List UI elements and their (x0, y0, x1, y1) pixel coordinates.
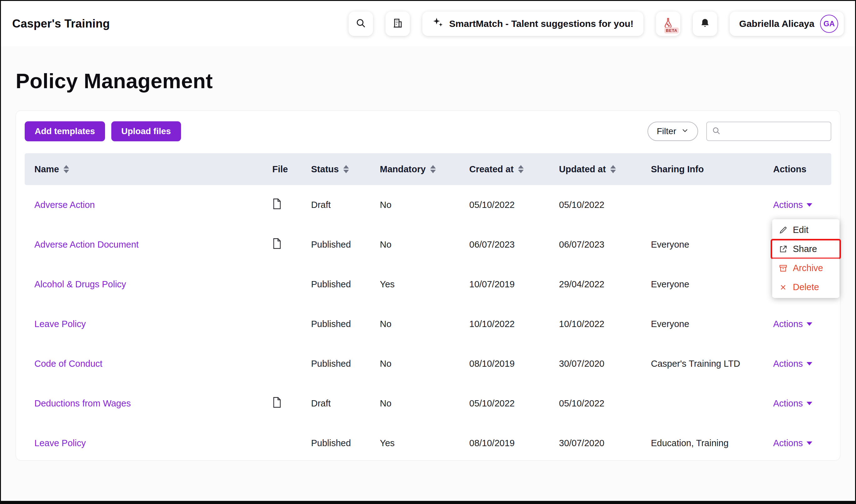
row-actions-button[interactable]: Actions (773, 398, 812, 409)
sharing-info-cell: Everyone (651, 319, 773, 329)
menu-item-delete[interactable]: Delete (772, 277, 839, 297)
notifications-button[interactable] (693, 12, 717, 36)
archive-icon (779, 264, 788, 273)
user-name: Gabriella Alicaya (739, 18, 815, 29)
file-icon[interactable] (272, 397, 282, 408)
column-header-label: Sharing Info (651, 164, 704, 175)
table-row: Leave Policy Published Yes 08/10/2019 30… (25, 423, 831, 461)
row-actions-menu: Edit Share Archive Delete (772, 219, 839, 298)
policy-name-link[interactable]: Alcohol & Drugs Policy (34, 279, 126, 289)
file-icon[interactable] (272, 198, 282, 210)
column-header-label: Status (311, 164, 339, 175)
status-cell: Published (311, 438, 380, 448)
caret-down-icon (807, 442, 812, 445)
sort-icon[interactable] (518, 165, 524, 173)
column-header-label: File (272, 164, 288, 175)
caret-down-icon (807, 362, 812, 365)
table-body: Adverse Action Draft No 05/10/2022 05/10… (25, 185, 831, 461)
status-cell: Published (311, 239, 380, 250)
column-header-label: Created at (469, 164, 514, 175)
mandatory-cell: No (380, 200, 469, 210)
table-row: Adverse Action Draft No 05/10/2022 05/10… (25, 185, 831, 225)
updated-at-cell: 06/07/2023 (559, 239, 651, 250)
menu-item-label: Share (793, 244, 817, 254)
menu-item-share[interactable]: Share (772, 239, 839, 258)
table-header-row: Name File Status Mandatory Created at Up… (25, 153, 831, 185)
status-cell: Draft (311, 398, 380, 409)
mandatory-cell: Yes (380, 279, 469, 289)
table-row: Alcohol & Drugs Policy Published Yes 10/… (25, 265, 831, 304)
table-toolbar: Add templates Upload files Filter (25, 121, 831, 141)
filter-label: Filter (657, 126, 676, 136)
caret-down-icon (807, 203, 812, 207)
share-icon (779, 245, 788, 254)
column-header-label: Mandatory (380, 164, 426, 175)
sort-icon[interactable] (343, 165, 349, 173)
updated-at-cell: 29/04/2022 (559, 279, 651, 289)
menu-item-edit[interactable]: Edit (772, 220, 839, 239)
sharing-info-cell: Casper's Training LTD (651, 359, 773, 369)
column-header-label: Updated at (559, 164, 606, 175)
sharing-info-cell: Everyone (651, 279, 773, 289)
top-bar: Casper's Training SmartMatch - Talent su… (1, 1, 855, 46)
column-header-created-at[interactable]: Created at (469, 164, 559, 175)
mandatory-cell: No (380, 398, 469, 409)
status-cell: Draft (311, 200, 380, 210)
menu-item-archive[interactable]: Archive (772, 258, 839, 277)
mandatory-cell: No (380, 359, 469, 369)
created-at-cell: 08/10/2019 (469, 359, 559, 369)
policy-name-link[interactable]: Adverse Action Document (34, 239, 139, 250)
organisation-button[interactable] (386, 12, 410, 36)
add-templates-button[interactable]: Add templates (25, 121, 105, 141)
sort-icon[interactable] (430, 165, 436, 173)
created-at-cell: 05/10/2022 (469, 200, 559, 210)
policy-name-link[interactable]: Code of Conduct (34, 359, 103, 368)
smartmatch-label: SmartMatch - Talent suggestions for you! (449, 18, 634, 29)
filter-button[interactable]: Filter (647, 122, 698, 141)
sort-icon[interactable] (610, 165, 616, 173)
row-actions-button[interactable]: Actions (773, 359, 812, 369)
sparkles-icon (432, 17, 444, 30)
created-at-cell: 05/10/2022 (469, 398, 559, 409)
file-icon[interactable] (272, 238, 282, 249)
policy-name-link[interactable]: Leave Policy (34, 438, 86, 448)
status-cell: Published (311, 319, 380, 329)
caret-down-icon (807, 402, 812, 405)
user-menu[interactable]: Gabriella Alicaya GA (730, 12, 844, 36)
mandatory-cell: No (380, 239, 469, 250)
menu-item-label: Delete (793, 282, 819, 292)
beta-labs-button[interactable]: BETA (656, 12, 680, 36)
upload-files-button[interactable]: Upload files (111, 121, 181, 141)
created-at-cell: 06/07/2023 (469, 239, 559, 250)
sort-icon[interactable] (64, 165, 69, 173)
column-header-sharing-info: Sharing Info (651, 164, 773, 175)
policy-name-link[interactable]: Deductions from Wages (34, 398, 131, 408)
column-header-file: File (272, 164, 311, 175)
column-header-updated-at[interactable]: Updated at (559, 164, 651, 175)
beta-badge: BETA (664, 28, 679, 34)
updated-at-cell: 30/07/2020 (559, 438, 651, 448)
search-icon (712, 126, 720, 136)
smartmatch-button[interactable]: SmartMatch - Talent suggestions for you! (422, 12, 644, 36)
caret-down-icon (807, 322, 812, 326)
policy-name-link[interactable]: Leave Policy (34, 319, 86, 329)
search-input[interactable] (724, 127, 826, 136)
row-actions-button[interactable]: Actions (773, 438, 812, 448)
column-header-mandatory[interactable]: Mandatory (380, 164, 469, 175)
table-row: Code of Conduct Published No 08/10/2019 … (25, 344, 831, 384)
updated-at-cell: 05/10/2022 (559, 398, 651, 409)
column-header-name[interactable]: Name (25, 164, 272, 175)
sharing-info-cell: Everyone (651, 239, 773, 250)
chevron-down-icon (681, 126, 689, 136)
policy-name-link[interactable]: Adverse Action (34, 200, 95, 210)
search-button[interactable] (349, 12, 373, 36)
search-icon (355, 18, 366, 30)
mandatory-cell: No (380, 319, 469, 329)
column-header-actions: Actions (773, 164, 831, 175)
x-icon (779, 283, 788, 291)
row-actions-button[interactable]: Actions (773, 200, 812, 210)
row-actions-button[interactable]: Actions (773, 319, 812, 329)
column-header-status[interactable]: Status (311, 164, 380, 175)
policy-management-page: Policy Management Add templates Upload f… (1, 46, 855, 501)
building-icon (392, 18, 403, 30)
